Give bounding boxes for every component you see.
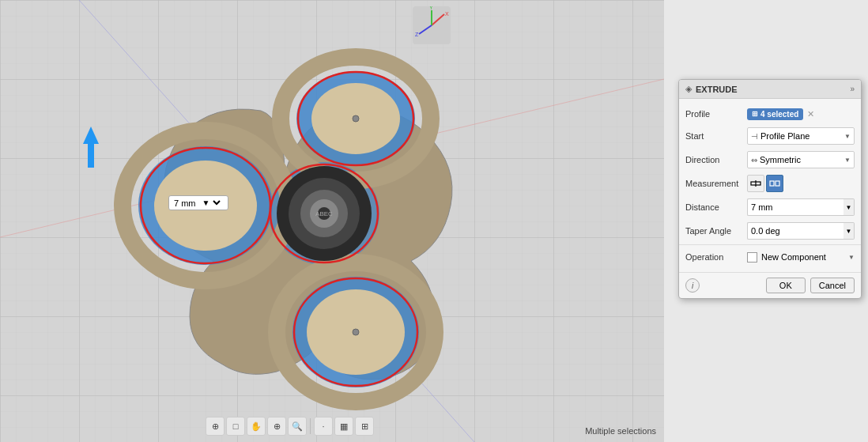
status-bar: Multiple selections bbox=[585, 426, 656, 436]
toolbar-snap-button[interactable]: ⊞ bbox=[355, 417, 374, 436]
operation-dropdown-arrow[interactable]: ▼ bbox=[845, 254, 855, 261]
svg-rect-39 bbox=[776, 181, 779, 186]
measurement-control bbox=[747, 175, 855, 192]
dialog-header: ◈ EXTRUDE » bbox=[679, 80, 861, 99]
dimension-value: 7 mm bbox=[174, 198, 196, 208]
profile-clear-button[interactable]: ✕ bbox=[806, 109, 816, 119]
svg-rect-28 bbox=[88, 144, 94, 168]
dialog-expand-icon[interactable]: » bbox=[850, 85, 855, 93]
measurement-icon-2[interactable] bbox=[766, 175, 783, 192]
toolbar-pan-button[interactable]: □ bbox=[226, 417, 245, 436]
taper-angle-input-wrapper: ▼ bbox=[747, 222, 855, 240]
svg-text:Z: Z bbox=[415, 32, 419, 37]
measurement-label: Measurement bbox=[685, 179, 747, 188]
ok-button[interactable]: OK bbox=[766, 278, 806, 293]
status-text: Multiple selections bbox=[585, 426, 656, 436]
operation-checkbox-row: New Component bbox=[747, 252, 826, 263]
start-row: Start ⊣ Profile Plane ▼ bbox=[679, 124, 861, 148]
dialog-footer: i OK Cancel bbox=[679, 272, 861, 298]
operation-label: Operation bbox=[685, 252, 747, 262]
bottom-toolbar: ⊕ □ ✋ ⊕ 🔍 · ▦ ⊞ bbox=[206, 417, 374, 436]
distance-row: Distance ▼ bbox=[679, 195, 861, 219]
toolbar-display-button[interactable]: · bbox=[314, 417, 333, 436]
distance-input-arrow[interactable]: ▼ bbox=[843, 198, 855, 216]
profile-tag-value: 4 selected bbox=[760, 110, 798, 119]
taper-angle-input-arrow[interactable]: ▼ bbox=[843, 222, 855, 240]
profile-tag-icon: ⊞ bbox=[752, 110, 758, 118]
direction-control[interactable]: ⇔ Symmetric ▼ bbox=[747, 151, 855, 168]
distance-input-wrapper: ▼ bbox=[747, 198, 855, 216]
taper-angle-label: Taper Angle bbox=[685, 226, 747, 236]
info-button[interactable]: i bbox=[685, 278, 700, 293]
profile-tag[interactable]: ⊞ 4 selected bbox=[747, 108, 803, 120]
dimension-unit-select[interactable]: ▼ bbox=[199, 198, 223, 208]
start-value: Profile Plane bbox=[760, 131, 844, 141]
measurement-row: Measurement bbox=[679, 172, 861, 195]
svg-text:Y: Y bbox=[429, 6, 433, 10]
taper-angle-input[interactable] bbox=[747, 222, 843, 240]
operation-row: Operation New Component ▼ bbox=[679, 247, 861, 267]
direction-label: Direction bbox=[685, 155, 747, 164]
start-dropdown-arrow: ▼ bbox=[844, 133, 851, 140]
profile-label: Profile bbox=[685, 109, 747, 119]
taper-angle-row: Taper Angle ▼ bbox=[679, 219, 861, 243]
svg-text:X: X bbox=[445, 11, 449, 17]
divider bbox=[679, 244, 861, 245]
dimension-label[interactable]: 7 mm ▼ bbox=[168, 195, 228, 210]
distance-label: Distance bbox=[685, 202, 747, 212]
profile-row: Profile ⊞ 4 selected ✕ bbox=[679, 104, 861, 124]
distance-input[interactable] bbox=[747, 198, 843, 216]
cancel-button[interactable]: Cancel bbox=[810, 278, 855, 293]
toolbar-orbit-button[interactable]: ⊕ bbox=[206, 417, 225, 436]
extrude-dialog: ◈ EXTRUDE » Profile ⊞ 4 selected ✕ Start… bbox=[678, 79, 862, 299]
start-dropdown[interactable]: ⊣ Profile Plane ▼ bbox=[747, 127, 855, 145]
toolbar-zoom-button[interactable]: ⊕ bbox=[267, 417, 286, 436]
distance-control: ▼ bbox=[747, 198, 855, 216]
svg-marker-27 bbox=[83, 127, 99, 144]
direction-dropdown[interactable]: ⇔ Symmetric ▼ bbox=[747, 151, 855, 168]
extrude-icon: ◈ bbox=[685, 84, 692, 94]
direction-value: Symmetric bbox=[760, 155, 844, 164]
taper-angle-control: ▼ bbox=[747, 222, 855, 240]
toolbar-grid-button[interactable]: ▦ bbox=[334, 417, 353, 436]
start-control[interactable]: ⊣ Profile Plane ▼ bbox=[747, 127, 855, 145]
axis-widget: X Y Z bbox=[413, 6, 451, 44]
new-component-checkbox[interactable] bbox=[747, 252, 757, 263]
operation-control[interactable]: New Component ▼ bbox=[747, 252, 855, 263]
start-label: Start bbox=[685, 131, 747, 141]
toolbar-separator-1 bbox=[310, 418, 311, 434]
fidget-spinner: ABEC bbox=[16, 16, 648, 411]
svg-point-25 bbox=[353, 115, 359, 122]
svg-text:ABEC: ABEC bbox=[315, 210, 333, 217]
svg-rect-38 bbox=[770, 181, 774, 186]
toolbar-fit-button[interactable]: 🔍 bbox=[288, 417, 307, 436]
direction-dropdown-arrow: ▼ bbox=[844, 157, 851, 164]
measurement-icon-1[interactable] bbox=[747, 175, 764, 192]
footer-buttons: OK Cancel bbox=[766, 278, 855, 293]
3d-viewport[interactable]: ABEC 7 mm ▼ X Y Z bbox=[0, 0, 664, 442]
profile-control: ⊞ 4 selected ✕ bbox=[747, 108, 855, 120]
toolbar-hand-button[interactable]: ✋ bbox=[247, 417, 266, 436]
svg-point-26 bbox=[353, 329, 359, 335]
direction-row: Direction ⇔ Symmetric ▼ bbox=[679, 148, 861, 172]
dialog-title: EXTRUDE bbox=[696, 85, 738, 94]
operation-value: New Component bbox=[761, 252, 826, 262]
dialog-body: Profile ⊞ 4 selected ✕ Start ⊣ Profile P… bbox=[679, 99, 861, 272]
